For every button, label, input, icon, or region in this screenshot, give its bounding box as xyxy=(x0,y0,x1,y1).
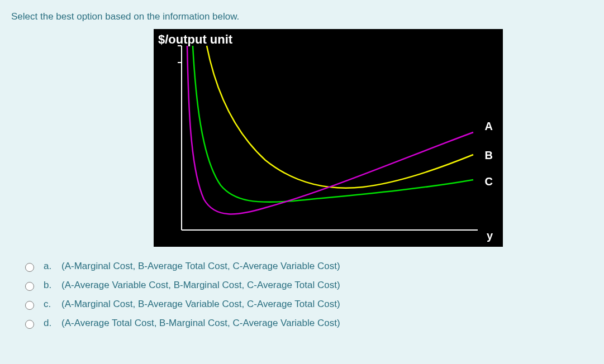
chart-container: $/output unit A B C y xyxy=(154,29,593,247)
question-prompt: Select the best option based on the info… xyxy=(11,11,593,22)
curve-c xyxy=(193,46,473,202)
option-text: (A-Average Variable Cost, B-Marginal Cos… xyxy=(61,280,340,291)
x-axis-label: y xyxy=(487,229,493,242)
option-text: (A-Marginal Cost, B-Average Variable Cos… xyxy=(61,299,340,310)
curve-b xyxy=(207,46,473,188)
curve-label-b: B xyxy=(485,149,493,162)
option-letter: c. xyxy=(44,299,54,310)
option-c[interactable]: c. (A-Marginal Cost, B-Average Variable … xyxy=(22,299,593,310)
curve-label-c: C xyxy=(485,175,493,188)
radio-a[interactable] xyxy=(25,263,34,272)
cost-curve-chart: $/output unit A B C y xyxy=(154,29,503,247)
option-a[interactable]: a. (A-Marginal Cost, B-Average Total Cos… xyxy=(22,261,593,272)
option-text: (A-Average Total Cost, B-Marginal Cost, … xyxy=(61,318,340,329)
option-text: (A-Marginal Cost, B-Average Total Cost, … xyxy=(61,261,340,272)
option-letter: b. xyxy=(44,280,54,291)
option-b[interactable]: b. (A-Average Variable Cost, B-Marginal … xyxy=(22,280,593,291)
radio-b[interactable] xyxy=(25,282,34,291)
options-list: a. (A-Marginal Cost, B-Average Total Cos… xyxy=(22,261,593,329)
chart-svg xyxy=(154,29,492,236)
curve-a xyxy=(187,46,473,214)
radio-d[interactable] xyxy=(25,320,34,329)
option-d[interactable]: d. (A-Average Total Cost, B-Marginal Cos… xyxy=(22,318,593,329)
radio-c[interactable] xyxy=(25,301,34,310)
curve-label-a: A xyxy=(485,120,493,133)
option-letter: d. xyxy=(44,318,54,329)
option-letter: a. xyxy=(44,261,54,272)
